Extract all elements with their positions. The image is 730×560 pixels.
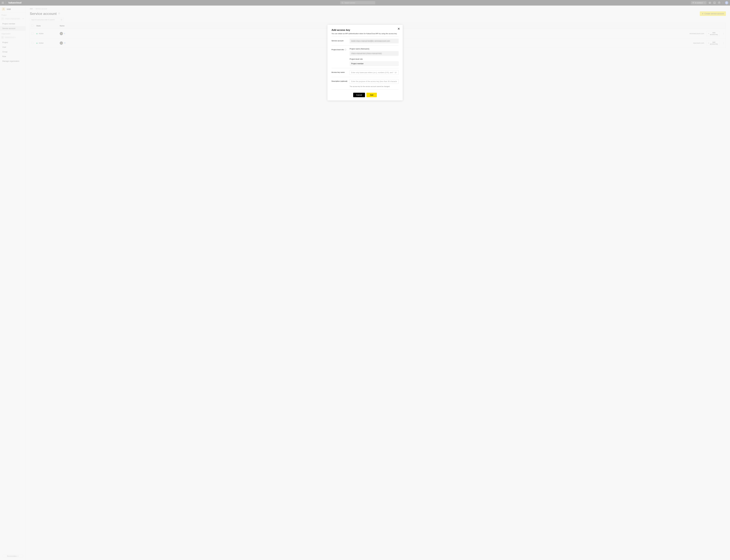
modal-close-button[interactable] [397, 27, 400, 31]
field-label: Project-level info ? [332, 48, 348, 51]
field-label: Service account [332, 39, 348, 42]
add-button[interactable]: Add [366, 93, 377, 97]
field-label: Access key name [332, 70, 348, 73]
field-access-key-name: Access key name [332, 68, 399, 77]
description-input[interactable] [350, 79, 399, 84]
info-icon[interactable]: ? [345, 49, 346, 51]
cancel-button[interactable]: Cancel [353, 93, 365, 97]
field-service-account: Service account testid-chaco-manual-test… [332, 37, 399, 46]
project-role-value: Project member [350, 61, 399, 66]
field-label: Description (optional) [332, 79, 348, 82]
access-key-name-input[interactable] [350, 70, 399, 75]
project-role-label: Project-level role [350, 58, 399, 60]
field-project-info: Project-level info ? Project name (Nickn… [332, 46, 399, 68]
field-description: Description (optional) The access key fo… [332, 77, 399, 89]
description-hint: The access key for the service account c… [350, 86, 399, 87]
project-name-value: chaco-manual-test (chaco-manual-test) [350, 51, 399, 56]
add-access-key-modal: Add access key You can obtain an API aut… [327, 25, 403, 100]
project-name-label: Project name (Nickname) [350, 48, 399, 50]
modal-actions: Cancel Add [332, 89, 399, 97]
modal-title: Add access key [332, 29, 399, 32]
service-account-value: testid-chaco-manual-test@kc-serviceaccou… [350, 39, 399, 43]
modal-description: You can obtain an API authentication tok… [332, 33, 399, 34]
close-icon [397, 27, 400, 30]
modal-scrim: Add access key You can obtain an API aut… [0, 0, 730, 560]
